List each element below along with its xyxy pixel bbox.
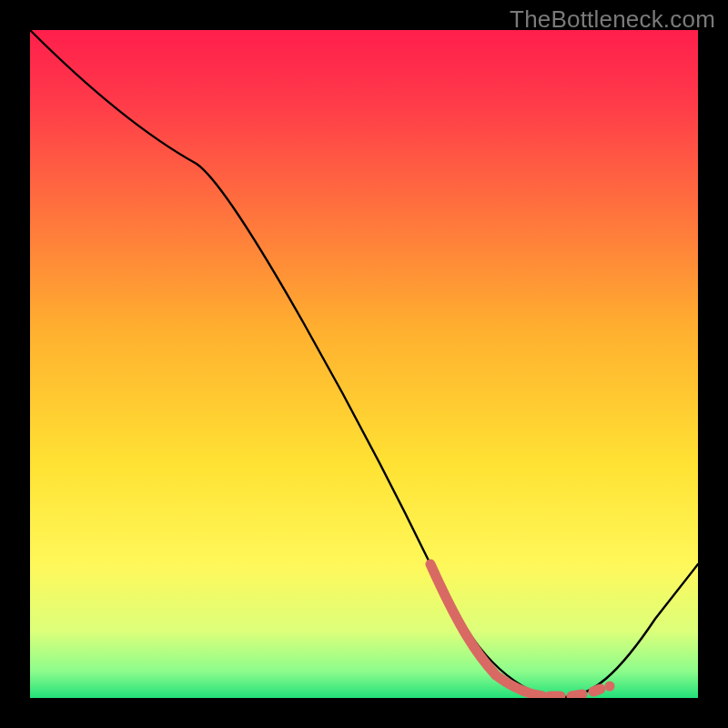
watermark-text: TheBottleneck.com [510,5,715,34]
highlight-dot [605,682,615,692]
chart-stage: TheBottleneck.com [0,0,728,728]
gradient-background [30,30,698,698]
chart-svg [0,0,728,728]
plot-area [30,30,698,698]
